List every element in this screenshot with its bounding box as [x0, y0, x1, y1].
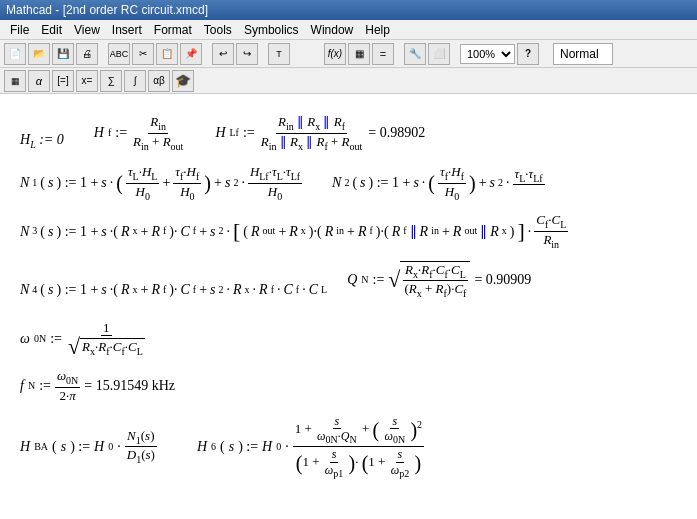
style-box: Normal — [553, 43, 613, 65]
N3-frac: Cf·CL Rin — [534, 212, 568, 250]
N2-frac2: τL·τLf 1 — [513, 166, 545, 201]
toolbar-main: 📄 📂 💾 🖨 ABC ✂ 📋 📌 ↩ ↪ T f(x) ▦ = 🔧 ⬜ 100… — [0, 40, 697, 68]
HBA-frac: N1(s) D1(s) — [125, 428, 157, 466]
math-content: HL := 0 Hf := Rin Rin + Rout HLf := Rin … — [0, 94, 697, 494]
N1-frac2: τf·Hf H0 — [173, 164, 201, 202]
menu-edit[interactable]: Edit — [35, 21, 68, 39]
resource-btn[interactable]: 🔧 — [404, 43, 426, 65]
menu-help[interactable]: Help — [359, 21, 396, 39]
menu-file[interactable]: File — [4, 21, 35, 39]
copy-btn[interactable]: 📋 — [156, 43, 178, 65]
menu-window[interactable]: Window — [305, 21, 360, 39]
print-btn[interactable]: 🖨 — [76, 43, 98, 65]
new-btn[interactable]: 📄 — [4, 43, 26, 65]
cut-btn[interactable]: ✂ — [132, 43, 154, 65]
QN-sqrt: √ Rx·Rf·Cf·CL (Rx + Rf)·Cf — [388, 261, 470, 300]
N2-frac1: τf·Hf H0 — [438, 164, 466, 202]
N3-def: N3(s) := 1 + s·(Rx + Rf)·Cf + s2· [ (Rou… — [20, 212, 568, 250]
row-6: HBA(s) := H0· N1(s) D1(s) H6(s) := H0· 1… — [20, 414, 677, 481]
N1-def: N1(s) := 1 + s· ( τL·HL H0 + τf·Hf H0 ) … — [20, 164, 302, 202]
N4-def: N4(s) := 1 + s·(Rx + Rf)·Cf + s2·Rx·Rf·C… — [20, 280, 327, 300]
fN-def: fN := ω0N 2·π = 15.91549 kHz — [20, 368, 175, 403]
sym6-btn[interactable]: αβ — [148, 70, 170, 92]
zoom-select[interactable]: 100% — [460, 44, 515, 64]
menu-insert[interactable]: Insert — [106, 21, 148, 39]
row-4: N4(s) := 1 + s·(Rx + Rf)·Cf + s2·Rx·Rf·C… — [20, 261, 677, 359]
sym4-btn[interactable]: ∑ — [100, 70, 122, 92]
spell-btn[interactable]: ABC — [108, 43, 130, 65]
Hf-def: Hf := Rin Rin + Rout — [94, 114, 186, 152]
sym5-btn[interactable]: ∫ — [124, 70, 146, 92]
window-btn[interactable]: ⬜ — [428, 43, 450, 65]
fN-frac: ω0N 2·π — [55, 368, 80, 403]
QN-frac: Rx·Rf·Cf·CL (Rx + Rf)·Cf — [402, 262, 468, 300]
help-q-btn[interactable]: ? — [517, 43, 539, 65]
HLf-def: HLf := Rin ‖ Rx ‖ Rf Rin ‖ Rx ‖ Rf + Rou… — [215, 114, 425, 152]
HL-def: HL := 0 — [20, 130, 64, 152]
w0N-frac: 1 √ Rx·Rf·Cf·CL — [66, 320, 147, 359]
QN-def: QN := √ Rx·Rf·Cf·CL (Rx + Rf)·Cf = 0.909… — [347, 261, 531, 300]
undo-btn[interactable]: ↩ — [212, 43, 234, 65]
paste-btn[interactable]: 📌 — [180, 43, 202, 65]
w0N-sqrt: √ Rx·Rf·Cf·CL — [68, 336, 145, 358]
row-2: N1(s) := 1 + s· ( τL·HL H0 + τf·Hf H0 ) … — [20, 164, 677, 202]
open-btn[interactable]: 📂 — [28, 43, 50, 65]
menu-format[interactable]: Format — [148, 21, 198, 39]
N1-frac3: HLf·τL·τLf H0 — [248, 164, 302, 202]
row-1: HL := 0 Hf := Rin Rin + Rout HLf := Rin … — [20, 114, 677, 152]
HLf-frac: Rin ‖ Rx ‖ Rf Rin ‖ Rx ‖ Rf + Rout — [259, 114, 365, 152]
H6-frac: 1 + s ω0N·QN + ( s ω0N )2 (1 + — [293, 414, 424, 481]
HBA-def: HBA(s) := H0· N1(s) D1(s) — [20, 428, 157, 466]
fx-btn[interactable]: f(x) — [324, 43, 346, 65]
Hf-frac: Rin Rin + Rout — [131, 114, 185, 152]
title-text: Mathcad - [2nd order RC circuit.xmcd] — [6, 3, 208, 17]
sym1-btn[interactable]: α — [28, 70, 50, 92]
calc-btn[interactable]: ▦ — [4, 70, 26, 92]
save-btn[interactable]: 💾 — [52, 43, 74, 65]
matrix-btn[interactable]: ▦ — [348, 43, 370, 65]
row-5: fN := ω0N 2·π = 15.91549 kHz — [20, 368, 677, 403]
sym3-btn[interactable]: x= — [76, 70, 98, 92]
N1-frac1: τL·HL H0 — [126, 164, 160, 202]
sym7-btn[interactable]: 🎓 — [172, 70, 194, 92]
sym2-btn[interactable]: [=] — [52, 70, 74, 92]
text-region-btn[interactable]: T — [268, 43, 290, 65]
H6-def: H6(s) := H0· 1 + s ω0N·QN + ( s ω0N )2 — [197, 414, 424, 481]
title-bar: Mathcad - [2nd order RC circuit.xmcd] — [0, 0, 697, 20]
menu-tools[interactable]: Tools — [198, 21, 238, 39]
N2-def: N2(s) := 1 + s· ( τf·Hf H0 ) + s2· τL·τL… — [332, 164, 545, 202]
menu-symbolics[interactable]: Symbolics — [238, 21, 305, 39]
row-3: N3(s) := 1 + s·(Rx + Rf)·Cf + s2· [ (Rou… — [20, 212, 677, 250]
style-label: Normal — [560, 47, 599, 61]
toolbar-math: ▦ α [=] x= ∑ ∫ αβ 🎓 — [0, 68, 697, 94]
redo-btn[interactable]: ↪ — [236, 43, 258, 65]
w0N-def: ω0N := 1 √ Rx·Rf·Cf·CL — [20, 320, 147, 359]
menu-view[interactable]: View — [68, 21, 106, 39]
eval-btn[interactable]: = — [372, 43, 394, 65]
menu-bar: File Edit View Insert Format Tools Symbo… — [0, 20, 697, 40]
